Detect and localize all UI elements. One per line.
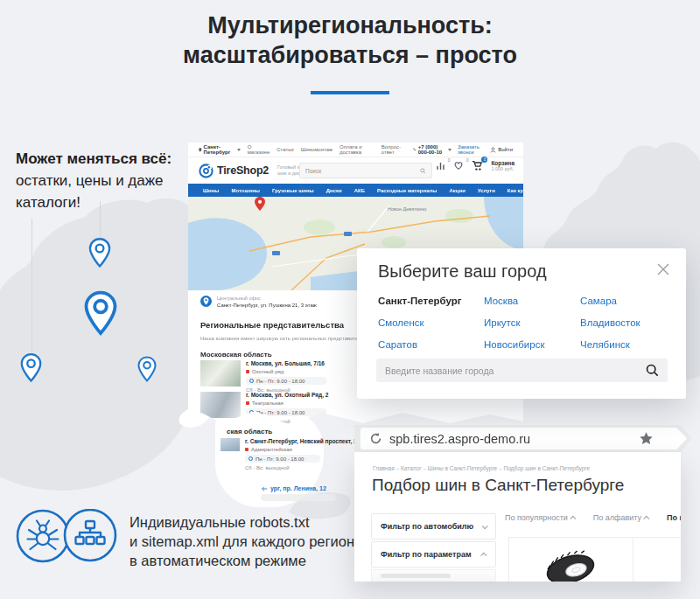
phone-icon [413,147,416,152]
favorites-count: 0 [466,157,469,163]
topbar-link-service[interactable]: Шиномонтаж [301,147,332,152]
login-link[interactable]: Войти [490,147,513,153]
cart-label: Корзина [491,160,514,166]
cart-sum: 1 000 руб. [491,166,514,172]
city-option[interactable]: Челябинск [580,339,667,350]
city-select-modal: Выберите ваш город Санкт-Петербург Москв… [357,248,686,399]
metro-icon [246,401,249,405]
cart-button[interactable]: 0 [472,160,483,172]
shop-photo [200,392,241,418]
city-search-input[interactable] [385,366,646,376]
nav-item-disks[interactable]: Диски [320,184,348,197]
site-search-input[interactable] [305,168,420,174]
city-option[interactable]: Самара [580,296,667,306]
search-icon[interactable] [646,364,659,377]
filter-by-params[interactable]: Фильтр по параметрам [371,541,496,568]
chevron-down-icon [482,523,488,529]
sort-alphabet-label: По алфавиту [593,513,641,522]
nav-item-truck[interactable]: Грузовые шины [266,184,320,197]
topbar-link-about[interactable]: О магазине [248,144,270,155]
feature-note-bold: Может меняться всё: [16,150,172,167]
compare-button[interactable]: 0 [436,160,445,171]
metro-label: Охотный ряд [252,369,284,374]
city-option[interactable]: Новосибирск [484,339,580,350]
contact-office: Центральный офис Санкт-Петербург, ул. Пу… [200,296,317,318]
work-hours-faded [261,494,336,501]
sort-popularity[interactable]: По популярности [505,513,576,522]
contact-office-address: Санкт-Петербург, ул. Пушкина 21, 3 этаж [217,303,317,308]
site-nav: Шины Мотошины Грузовые шины Диски АКБ Ра… [188,184,523,197]
breadcrumb-catalog[interactable]: Каталог [401,465,422,471]
shop-link[interactable]: ург, пр. Ленина, 12 [262,485,326,491]
page-title: Мультирегиональность: масштабироваться –… [0,10,700,70]
bookmark-star-icon[interactable] [639,431,654,446]
compare-icon [436,160,445,171]
contact-office-title: Центральный офис [217,296,317,301]
shop-address[interactable]: г. Санкт-Петербург, Невский проспект, 35 [245,438,360,444]
refresh-icon[interactable] [369,432,382,445]
sort-arrow-icon [570,515,576,521]
search-icon [420,168,426,174]
site-logo[interactable]: TireShop2 [199,164,269,178]
city-option-current[interactable]: Санкт-Петербург [378,296,484,306]
nav-item-akb[interactable]: АКБ [348,184,371,197]
sort-alphabet[interactable]: По алфавиту [593,513,649,522]
clock-icon [248,456,253,461]
sort-arrow-icon [643,515,649,521]
map-pin-icon [84,290,117,336]
breadcrumb-tyres[interactable]: Шины в Санкт-Петербурге [428,465,497,471]
clock-icon [249,379,254,383]
url-text: spb.tires2.aspro-demo.ru [389,432,530,446]
close-icon[interactable] [656,262,670,276]
site-header: TireShop2 Готовый интернет-магазин шин и… [188,157,523,184]
sort-options: По популярности По алфавиту По цене [505,513,681,522]
callback-link[interactable]: Заказать звонок [458,144,484,155]
feature-note-rest: остатки, цены и даже каталоги! [16,172,164,211]
shop-photo [200,360,241,387]
modal-title: Выберите ваш город [378,261,547,282]
topbar-link-articles[interactable]: Статьи [276,147,293,152]
filter-by-car-label: Фильтр по автомобилю [381,522,473,531]
nav-item-services[interactable]: Услуги [472,184,501,197]
url-field[interactable]: spb.tires2.aspro-demo.ru [360,428,687,449]
seo-feature-text: Индивидуальные robots.txt и sitemap.xml … [130,512,362,570]
shop-link-label: ург, пр. Ленина, 12 [270,485,326,491]
tire-product-image[interactable] [540,550,601,582]
shop-address[interactable]: г. Москва, ул. Охотный Ряд, 2 [246,392,328,398]
filter-faded [371,569,496,582]
seo-text-line2: и sitemap.xml для каждого региона [130,533,362,549]
phone-number[interactable]: +7 (000) 000-00-10 [413,144,452,155]
sort-popularity-label: По популярности [505,513,568,522]
site-search[interactable] [299,163,432,178]
nav-item-sales[interactable]: Акции [444,184,472,197]
sort-price[interactable]: По цене [667,513,681,522]
filter-by-car[interactable]: Фильтр по автомобилю [371,513,496,540]
breadcrumb-home[interactable]: Главная [373,465,395,471]
city-search[interactable] [376,359,668,382]
favorites-button[interactable]: 0 [453,160,464,171]
site-logo-text: TireShop2 [217,164,269,177]
city-option[interactable]: Саратов [378,339,484,350]
nav-item-tyres[interactable]: Шины [197,184,225,197]
shop-address[interactable]: г. Москва, ул. Большая, 7/16 [246,360,326,366]
map-pin-icon [88,238,111,268]
compare-count: 0 [448,157,451,163]
shop-list-item: г. Москва, ул. Большая, 7/16 Охотный ряд… [200,360,326,393]
regional-heading: Региональные представительства [200,320,344,330]
chevron-down-icon [448,149,452,151]
topbar-link-delivery[interactable]: Оплата и доставка [340,144,374,155]
city-option[interactable]: Иркутск [484,317,580,328]
city-option[interactable]: Смоленск [378,317,484,328]
nav-item-materials[interactable]: Расходные материалы [371,184,443,197]
city-option[interactable]: Владивосток [580,317,667,328]
breadcrumb-current: Подбор шин в Санкт-Петербурге [503,465,590,471]
city-option[interactable]: Москва [484,296,580,306]
city-selector[interactable]: Санкт-Петербург [199,144,241,155]
pin-string [32,219,32,355]
feature-note: Может меняться всё: остатки, цены и даже… [16,148,175,213]
cart-summary[interactable]: Корзина 1 000 руб. [491,160,514,172]
topbar-link-faq[interactable]: Вопрос-ответ [382,144,406,155]
nav-item-moto[interactable]: Мотошины [225,184,265,197]
phone-number-label: +7 (000) 000-00-10 [418,144,446,155]
metro-label: Адмиралтейская [251,447,292,452]
